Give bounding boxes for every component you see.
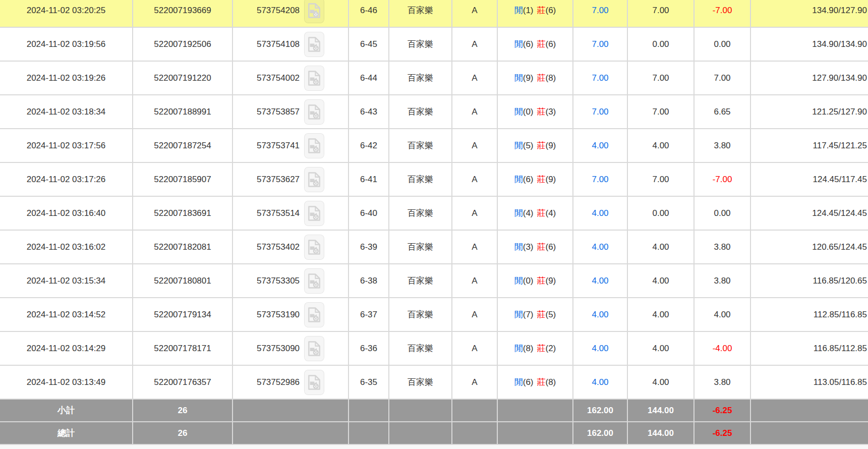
- video-replay-button[interactable]: [304, 201, 324, 226]
- banker-points: (6): [546, 39, 556, 49]
- banker-points: (8): [546, 73, 556, 83]
- player-label: 閒: [514, 39, 523, 49]
- video-file-icon: [308, 272, 321, 290]
- player-points: (1): [523, 6, 534, 15]
- bet-amount: 4.00: [592, 141, 608, 150]
- player-points: (6): [523, 175, 534, 184]
- video-file-icon: [308, 2, 321, 19]
- balance-after: 127.90/134.90: [812, 73, 867, 83]
- game-round-id: 573754208: [257, 6, 300, 16]
- video-replay-button[interactable]: [304, 268, 324, 294]
- player-points: (6): [523, 39, 534, 49]
- table-row: 2024-11-02 03:18:34 522007188991 5737538…: [0, 95, 868, 129]
- video-replay-button[interactable]: [304, 99, 324, 125]
- banker-label: 莊: [537, 344, 546, 353]
- balance-after: 120.65/124.45: [812, 242, 867, 252]
- bet-amount: 4.00: [592, 310, 608, 319]
- banker-points: (9): [546, 175, 556, 184]
- bet-time: 2024-11-02 03:16:02: [27, 242, 106, 252]
- game-result: 閒(0)莊(9): [497, 264, 573, 298]
- banker-label: 莊: [537, 377, 546, 387]
- video-replay-button[interactable]: [304, 0, 324, 23]
- video-replay-button[interactable]: [304, 32, 324, 57]
- bet-amount: 4.00: [592, 276, 608, 286]
- table-code: A: [472, 377, 477, 387]
- player-label: 閒: [514, 107, 523, 117]
- video-replay-button[interactable]: [304, 167, 324, 192]
- game-result: 閒(8)莊(2): [497, 331, 573, 365]
- win-loss-amount: 0.00: [714, 208, 730, 218]
- shoe-round: 6-45: [360, 39, 377, 49]
- game-round-id: 573753090: [257, 344, 300, 354]
- valid-amount: 4.00: [652, 242, 669, 252]
- banker-points: (3): [546, 107, 556, 117]
- table-row: 2024-11-02 03:14:52 522007179134 5737531…: [0, 298, 868, 331]
- banker-label: 莊: [537, 208, 546, 218]
- bet-amount: 4.00: [592, 208, 608, 218]
- bet-amount: 7.00: [592, 175, 608, 184]
- game-round-id: 573754002: [257, 73, 300, 83]
- bet-id: 522007192506: [154, 39, 211, 49]
- bet-amount: 7.00: [592, 39, 608, 49]
- win-loss-amount: 3.80: [714, 276, 730, 286]
- balance-after: 116.85/120.65: [813, 276, 867, 286]
- bet-amount: 4.00: [592, 344, 608, 353]
- summary-count: 26: [178, 406, 188, 415]
- video-replay-button[interactable]: [304, 370, 324, 395]
- table-row: 2024-11-02 03:13:49 522007176357 5737529…: [0, 365, 868, 399]
- table-row: 2024-11-02 03:14:29 522007178171 5737530…: [0, 331, 868, 365]
- summary-count: 26: [178, 428, 188, 438]
- player-points: (9): [523, 73, 534, 83]
- game-result: 閒(7)莊(5): [497, 298, 573, 331]
- video-replay-button[interactable]: [304, 302, 324, 327]
- game-type: 百家樂: [408, 107, 433, 117]
- valid-amount: 7.00: [652, 73, 669, 83]
- shoe-round: 6-38: [360, 276, 377, 286]
- bet-time: 2024-11-02 03:19:56: [27, 39, 106, 49]
- banker-label: 莊: [537, 242, 546, 252]
- player-label: 閒: [514, 242, 523, 252]
- video-file-icon: [308, 103, 321, 121]
- player-label: 閒: [514, 344, 523, 353]
- valid-amount: 4.00: [652, 276, 669, 286]
- game-round-id: 573753857: [257, 107, 300, 117]
- shoe-round: 6-42: [360, 141, 377, 150]
- summary-row: 小計 26 162.00 144.00 -6.25: [0, 399, 868, 422]
- win-loss-amount: 3.80: [714, 141, 730, 150]
- bet-time: 2024-11-02 03:14:29: [27, 344, 106, 353]
- table-code: A: [472, 276, 477, 286]
- game-result: 閒(6)莊(8): [497, 365, 573, 399]
- summary-row: 總計 26 162.00 144.00 -6.25: [0, 422, 868, 444]
- game-round-id: 573753402: [257, 242, 300, 252]
- bet-id: 522007179134: [154, 310, 211, 319]
- win-loss-amount: 3.80: [714, 377, 730, 387]
- game-round-id: 573753514: [257, 208, 300, 218]
- table-code: A: [472, 310, 477, 319]
- bet-amount: 4.00: [592, 377, 608, 387]
- game-result: 閒(3)莊(6): [497, 230, 573, 264]
- game-type: 百家樂: [408, 175, 433, 184]
- game-round-id: 573753741: [257, 141, 300, 151]
- player-points: (6): [523, 377, 534, 387]
- player-label: 閒: [514, 6, 523, 15]
- video-replay-button[interactable]: [304, 235, 324, 260]
- video-replay-button[interactable]: [304, 66, 324, 91]
- game-type: 百家樂: [408, 39, 433, 49]
- shoe-round: 6-39: [360, 242, 377, 252]
- bet-id: 522007185907: [154, 175, 211, 184]
- balance-after: 112.85/116.85: [814, 310, 867, 319]
- valid-amount: 4.00: [652, 141, 669, 150]
- summary-winloss-total: -6.25: [713, 406, 732, 415]
- table-code: A: [472, 175, 477, 184]
- game-type: 百家樂: [408, 73, 433, 83]
- summary-bet-total: 162.00: [587, 406, 613, 415]
- table-row: 2024-11-02 03:17:56 522007187254 5737537…: [0, 129, 868, 162]
- balance-after: 134.90/127.90: [812, 6, 867, 15]
- banker-label: 莊: [537, 39, 546, 49]
- banker-points: (5): [546, 310, 556, 319]
- bet-id: 522007176357: [154, 377, 211, 387]
- game-round-id: 573753190: [257, 310, 300, 320]
- video-replay-button[interactable]: [304, 133, 324, 158]
- video-replay-button[interactable]: [304, 336, 324, 361]
- balance-after: 121.25/127.90: [812, 107, 867, 117]
